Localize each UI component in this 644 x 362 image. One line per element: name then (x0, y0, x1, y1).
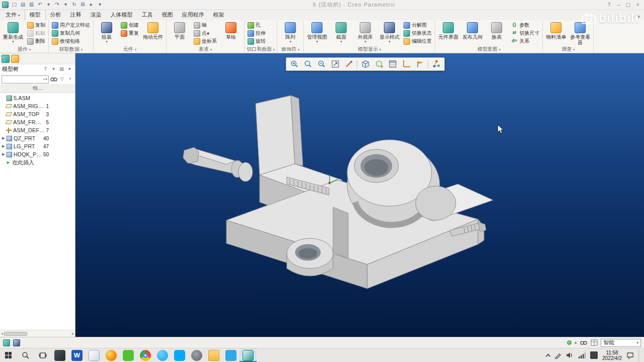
tree-item-part-lg[interactable]: ▶ LG_PRT 47 (0, 142, 75, 150)
taskbar-app-settings[interactable] (188, 348, 205, 362)
view-manager-button[interactable] (386, 59, 399, 70)
scrollbar-thumb[interactable] (4, 332, 27, 336)
find-tool-icon[interactable] (580, 340, 588, 346)
search-dropdown-icon[interactable]: ▾ (45, 77, 47, 81)
tree-item-datum-top[interactable]: ASM_TOP 3 (0, 110, 75, 118)
scroll-right-icon[interactable]: ▸ (72, 331, 74, 336)
publish-geometry-button[interactable]: 发布几何 (461, 21, 484, 40)
assemble-button[interactable]: 组装 ▾ (95, 21, 118, 44)
copy-button[interactable]: 复制 (26, 21, 47, 29)
tab-applications[interactable]: 应用程序 (178, 10, 209, 20)
tab-framework[interactable]: 框架 (209, 10, 229, 20)
edit-position-button[interactable]: 编辑位置 (402, 37, 433, 45)
zoom-in-button[interactable] (288, 59, 301, 70)
play-button[interactable]: ▸ (88, 1, 95, 9)
redo-button[interactable]: ↷ (53, 1, 61, 9)
notification-center-icon[interactable] (626, 352, 634, 359)
group-label-investigate[interactable]: 调查 ▾ (543, 46, 593, 53)
tree-settings-dropdown[interactable]: ▾ (66, 66, 73, 72)
tree-item-part-qz[interactable]: ▶ QZ_PRT 40 (0, 134, 75, 142)
undo-button[interactable]: ↶ (36, 1, 44, 9)
tab-analysis[interactable]: 分析 (46, 10, 66, 20)
ime-indicator-icon[interactable] (590, 351, 598, 359)
zoom-out-button[interactable] (315, 59, 328, 70)
tab-manikin[interactable]: 人体模型 (106, 10, 137, 20)
qat-customize-dropdown[interactable]: ▾ (96, 1, 104, 9)
manage-views-button[interactable]: 管理视图 ▾ (305, 21, 329, 44)
add-column-icon[interactable]: + (67, 76, 73, 82)
help-button[interactable]: ? (605, 2, 613, 8)
group-label-model-intent[interactable]: 模型意图 ▾ (435, 46, 542, 53)
model-tree-tab-icon[interactable] (2, 55, 10, 63)
point-button[interactable]: 点 ▾ (192, 29, 218, 37)
reference-viewer-button[interactable]: 参考查看器 (569, 21, 592, 46)
csys-button[interactable]: 坐标系 (192, 37, 218, 45)
group-label-component[interactable]: 元件 ▾ (94, 46, 166, 53)
shrinkwrap-button[interactable]: 收缩包络 (50, 37, 92, 45)
tab-model[interactable]: 模型 (25, 10, 46, 21)
tree-item-default-csys[interactable]: ASM_DEF_CSYS 7 (0, 126, 75, 134)
3d-model[interactable] (75, 53, 644, 337)
folder-browser-tab-icon[interactable] (11, 55, 19, 63)
toggle-status-button[interactable]: 切换状态 (402, 29, 433, 37)
selection-filter-dropdown[interactable]: 智能 ▾ (601, 339, 641, 347)
component-interface-button[interactable]: 元件界面 (437, 21, 460, 40)
expand-icon[interactable]: ▶ (2, 144, 7, 148)
taskbar-app-office[interactable] (86, 348, 103, 362)
zoom-button[interactable] (301, 59, 314, 70)
tree-horizontal-scrollbar[interactable]: ◂ ▸ (0, 330, 75, 337)
taskbar-app-qq[interactable] (154, 348, 171, 362)
explode-view-button[interactable]: 分解图 (402, 21, 433, 29)
taskbar-app-edge[interactable] (51, 348, 68, 362)
windows-button[interactable]: ⊞ (79, 1, 87, 9)
close-button[interactable]: × (633, 2, 642, 8)
switch-dimensions-button[interactable]: ⇄切换尺寸 (509, 29, 541, 37)
annotation-display-button[interactable] (413, 59, 426, 70)
group-label-operations[interactable]: 操作 ▾ (0, 46, 48, 53)
scroll-left-icon[interactable]: ◂ (1, 331, 3, 336)
filter-icon[interactable]: ▽ (59, 76, 65, 82)
family-table-button[interactable]: 族表 (485, 21, 508, 40)
taskbar-clock[interactable]: 11:58 2022/4/2 (602, 350, 622, 361)
tree-column-header[interactable]: 特... (0, 84, 75, 93)
redo-dropdown[interactable]: ▾ (62, 1, 69, 9)
select-table-icon[interactable] (591, 339, 598, 346)
new-button[interactable]: ▢ (11, 1, 18, 9)
group-label-cut-surface[interactable]: 切口和曲面 ▾ (245, 46, 277, 53)
repaint-button[interactable] (342, 59, 355, 70)
section-button[interactable]: 截面 ▾ (330, 21, 353, 44)
display-style-button[interactable]: 显示样式 ▾ (378, 21, 401, 44)
display-style-toolbar-button[interactable] (359, 59, 372, 70)
hole-button[interactable]: 孔 (246, 21, 267, 29)
expand-icon[interactable]: ▶ (2, 136, 7, 140)
pattern-button[interactable]: 阵列 ▾ (279, 21, 302, 44)
show-desktop-button[interactable] (638, 348, 641, 362)
saved-orientations-button[interactable] (372, 59, 385, 70)
sketch-button[interactable]: 草绘 (219, 21, 243, 40)
drag-components-button[interactable]: 拖动元件 (141, 21, 165, 40)
taskbar-app-explorer[interactable] (205, 348, 222, 362)
extrude-button[interactable]: 拉伸 (246, 29, 267, 37)
tree-item-insert-here[interactable]: ► 在此插入 (0, 158, 75, 166)
taskbar-app-chrome[interactable] (137, 348, 154, 362)
tree-item-part-hdqk[interactable]: ▶ HDQK_PRT 50 (0, 150, 75, 158)
spin-center-button[interactable] (430, 59, 443, 70)
repeat-button[interactable]: 重复 (119, 29, 140, 37)
taskbar-app-firefox[interactable] (103, 348, 120, 362)
undo-dropdown[interactable]: ▾ (45, 1, 52, 9)
group-label-datum[interactable]: 基准 ▾ (167, 46, 244, 53)
paste-button[interactable]: 粘贴 (26, 29, 47, 37)
tab-tools[interactable]: 工具 (137, 10, 157, 20)
regenerate-quick-button[interactable]: ↻ (70, 1, 78, 9)
tab-render[interactable]: 渲染 (86, 10, 106, 20)
tree-item-assembly[interactable]: 5.ASM (0, 94, 75, 102)
taskbar-search-button[interactable] (17, 348, 34, 362)
axis-button[interactable]: 轴 (192, 21, 218, 29)
ribbon-display-dropdown[interactable]: ▾ (637, 14, 640, 19)
task-view-button[interactable] (34, 348, 51, 362)
tab-file[interactable]: 文件 ▾ (1, 10, 25, 20)
tab-view[interactable]: 视图 (157, 10, 178, 20)
minimize-button[interactable]: – (614, 2, 623, 8)
model-tree-toggle-icon[interactable] (3, 339, 10, 346)
delete-button[interactable]: 删除 (26, 37, 47, 45)
